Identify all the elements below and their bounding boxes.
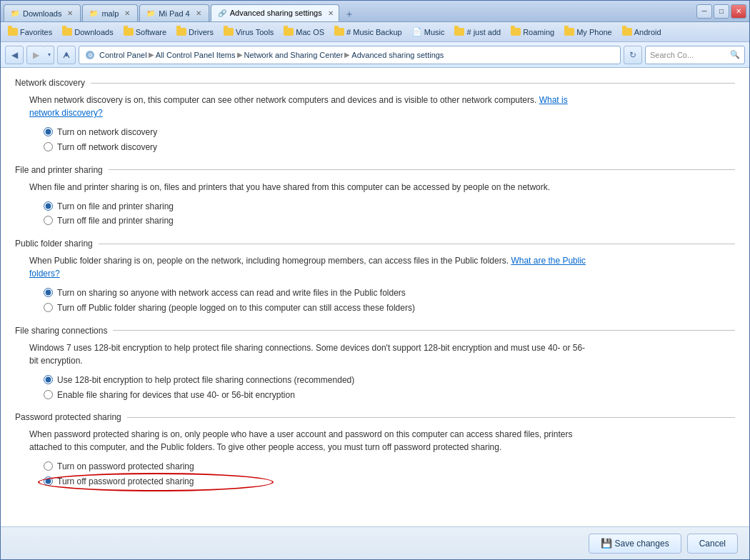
folder-icon bbox=[284, 28, 294, 36]
radio-group-fsc: Use 128-bit encryption to help protect f… bbox=[44, 374, 735, 401]
tab-close-malp[interactable]: ✕ bbox=[123, 9, 131, 17]
bookmark-music[interactable]: 📄 Music bbox=[408, 24, 449, 40]
folder-icon bbox=[564, 28, 574, 36]
back-button[interactable]: ◀ bbox=[5, 46, 24, 64]
section-title-fps: File and printer sharing bbox=[15, 165, 103, 175]
path-segment-2: All Control Panel Items bbox=[156, 51, 236, 59]
tab-close-advsharing[interactable]: ✕ bbox=[326, 9, 335, 17]
section-title-fsc: File sharing connections bbox=[15, 326, 107, 336]
tab-mipad4[interactable]: 📁 Mi Pad 4 ✕ bbox=[139, 4, 209, 21]
refresh-button[interactable]: ↻ bbox=[624, 46, 642, 64]
search-placeholder: Search Co... bbox=[650, 51, 727, 59]
radio-pfs-off[interactable]: Turn off Public folder sharing (people l… bbox=[44, 302, 735, 314]
folder-icon bbox=[176, 28, 186, 36]
maximize-button[interactable]: □ bbox=[714, 4, 729, 19]
radio-fps-off[interactable]: Turn off file and printer sharing bbox=[44, 215, 735, 227]
svg-text:⚙: ⚙ bbox=[88, 52, 93, 59]
folder-icon bbox=[8, 28, 18, 36]
bottom-bar: 💾 Save changes Cancel bbox=[1, 526, 749, 559]
bookmark-macos[interactable]: Mac OS bbox=[279, 24, 329, 40]
save-icon: 💾 bbox=[601, 538, 612, 549]
tab-close-mipad4[interactable]: ✕ bbox=[194, 9, 203, 17]
radio-nd-off[interactable]: Turn off network discovery bbox=[44, 141, 735, 154]
section-divider bbox=[91, 83, 735, 84]
bookmark-favorites[interactable]: Favorites bbox=[4, 24, 56, 40]
page-icon: 📄 bbox=[412, 27, 422, 36]
path-segment-3: Network and Sharing Center bbox=[244, 51, 344, 59]
search-box[interactable]: Search Co... 🔍 bbox=[645, 46, 745, 64]
minimize-button[interactable]: ─ bbox=[696, 4, 712, 19]
bookmark-software[interactable]: Software bbox=[119, 24, 171, 40]
tab-icon-malp: 📁 bbox=[89, 9, 99, 19]
section-header-pfs: Public folder sharing bbox=[15, 239, 735, 249]
radio-pps-off[interactable]: Turn off password protected sharing bbox=[44, 476, 194, 488]
title-bar: 📁 Downloads ✕ 📁 malp ✕ 📁 Mi Pad 4 ✕ 🔗 Ad… bbox=[1, 1, 749, 22]
section-header-pps: Password protected sharing bbox=[15, 412, 735, 422]
section-desc-network-discovery: When network discovery is on, this compu… bbox=[29, 94, 586, 119]
tab-downloads[interactable]: 📁 Downloads ✕ bbox=[4, 4, 81, 21]
up-button[interactable] bbox=[57, 46, 76, 64]
bookmark-drivers[interactable]: Drivers bbox=[172, 24, 218, 40]
address-bar: ◀ ▶ ▾ ⚙ Control Panel ▶ All Control Pane… bbox=[1, 42, 749, 68]
svg-rect-0 bbox=[66, 53, 68, 56]
bookmark-roaming[interactable]: Roaming bbox=[506, 24, 559, 40]
section-network-discovery: Network discovery When network discovery… bbox=[15, 78, 735, 154]
bottom-spacer bbox=[15, 502, 735, 516]
folder-icon bbox=[334, 28, 344, 36]
section-public-folder-sharing: Public folder sharing When Public folder… bbox=[15, 239, 735, 314]
folder-icon bbox=[124, 28, 134, 36]
path-segment-1: Control Panel bbox=[99, 51, 147, 59]
window-controls: ─ □ ✕ bbox=[696, 4, 746, 19]
section-desc-pps: When password protected sharing is on, o… bbox=[29, 428, 586, 454]
tab-icon-downloads: 📁 bbox=[10, 9, 20, 19]
radio-fsc-40[interactable]: Enable file sharing for devices that use… bbox=[44, 389, 735, 401]
main-area: Network discovery When network discovery… bbox=[1, 68, 749, 526]
bookmark-downloads[interactable]: Downloads bbox=[58, 24, 117, 40]
address-input[interactable]: ⚙ Control Panel ▶ All Control Panel Item… bbox=[79, 46, 621, 64]
bookmark-justadd[interactable]: # just add bbox=[450, 24, 505, 40]
bookmark-musicbackup[interactable]: # Music Backup bbox=[330, 24, 406, 40]
radio-fsc-128[interactable]: Use 128-bit encryption to help protect f… bbox=[44, 374, 735, 386]
radio-group-fps: Turn on file and printer sharing Turn of… bbox=[44, 201, 735, 228]
bookmark-myphone[interactable]: My Phone bbox=[560, 24, 616, 40]
section-title-pfs: Public folder sharing bbox=[15, 239, 93, 249]
tab-advsharing[interactable]: 🔗 Advanced sharing settings ✕ bbox=[211, 4, 339, 21]
section-title-pps: Password protected sharing bbox=[15, 412, 121, 422]
section-divider bbox=[99, 244, 735, 244]
radio-group-pfs: Turn on sharing so anyone with network a… bbox=[44, 287, 735, 314]
folder-icon bbox=[622, 28, 632, 36]
new-tab-button[interactable]: ＋ bbox=[342, 7, 356, 21]
radio-nd-on[interactable]: Turn on network discovery bbox=[44, 126, 735, 139]
close-button[interactable]: ✕ bbox=[731, 4, 746, 19]
tab-icon-advsharing: 🔗 bbox=[217, 8, 227, 18]
section-desc-fsc: Windows 7 uses 128-bit encryption to hel… bbox=[29, 341, 586, 367]
history-dropdown[interactable]: ▾ bbox=[44, 46, 54, 64]
radio-fps-on[interactable]: Turn on file and printer sharing bbox=[44, 201, 735, 213]
bookmark-android[interactable]: Android bbox=[618, 24, 666, 40]
section-file-printer-sharing: File and printer sharing When file and p… bbox=[15, 165, 735, 228]
radio-group-pps: Turn on password protected sharing Turn … bbox=[44, 461, 735, 491]
forward-button[interactable]: ▶ bbox=[26, 46, 45, 64]
path-segment-4: Advanced sharing settings bbox=[351, 51, 444, 59]
section-divider bbox=[127, 417, 735, 418]
bookmark-virustools[interactable]: Virus Tools bbox=[219, 24, 278, 40]
section-divider bbox=[113, 330, 735, 331]
section-file-sharing-connections: File sharing connections Windows 7 uses … bbox=[15, 326, 735, 401]
tab-close-downloads[interactable]: ✕ bbox=[66, 9, 74, 17]
folder-icon bbox=[62, 28, 72, 36]
tab-malp[interactable]: 📁 malp ✕ bbox=[82, 4, 138, 21]
section-divider bbox=[109, 169, 735, 170]
save-button[interactable]: 💾 Save changes bbox=[589, 534, 681, 554]
radio-pps-on[interactable]: Turn on password protected sharing bbox=[44, 461, 735, 473]
section-header-fsc: File sharing connections bbox=[15, 326, 735, 336]
section-desc-fps: When file and printer sharing is on, fil… bbox=[29, 181, 586, 194]
section-header-fps: File and printer sharing bbox=[15, 165, 735, 175]
section-desc-pfs: When Public folder sharing is on, people… bbox=[29, 254, 586, 280]
cancel-button[interactable]: Cancel bbox=[687, 534, 738, 554]
tab-icon-mipad4: 📁 bbox=[146, 9, 156, 19]
radio-pfs-on[interactable]: Turn on sharing so anyone with network a… bbox=[44, 287, 735, 299]
folder-icon bbox=[454, 28, 464, 36]
search-icon: 🔍 bbox=[730, 50, 740, 59]
bookmarks-bar: Favorites Downloads Software Drivers Vir… bbox=[1, 22, 749, 42]
folder-icon bbox=[224, 28, 234, 36]
